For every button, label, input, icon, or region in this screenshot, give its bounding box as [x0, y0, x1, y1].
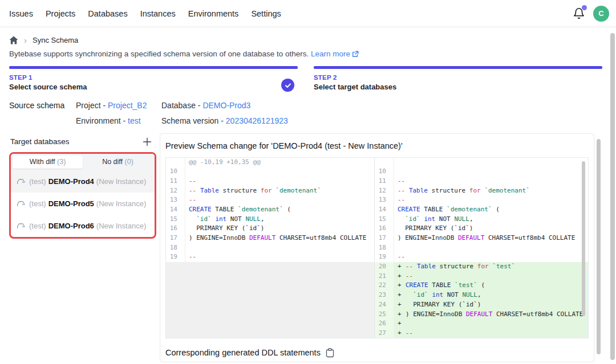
- source-database: Database - DEMO-Prod3: [161, 101, 607, 110]
- notifications-button[interactable]: [573, 7, 585, 20]
- database-link[interactable]: DEMO-Prod3: [202, 101, 250, 110]
- mysql-icon: [17, 222, 25, 230]
- diff-line: 10: [166, 167, 374, 177]
- diff-line: 11--: [166, 177, 374, 186]
- target-databases-title: Target databases: [10, 137, 70, 146]
- add-target-database-button[interactable]: [141, 137, 153, 146]
- diff-filler: [166, 262, 374, 337]
- source-schema-version: Schema version - 20230426121923: [161, 116, 607, 125]
- step-2-title: Select target databases: [314, 83, 602, 91]
- diff-line: 13--: [166, 195, 374, 205]
- diff-line: 13--: [375, 195, 588, 205]
- db-environment: (test): [29, 177, 46, 186]
- diff-line: 25+) ENGINE=InnoDB DEFAULT CHARSET=utf8m…: [375, 310, 588, 320]
- step-1-bar: [9, 66, 298, 69]
- nav-item-settings[interactable]: Settings: [251, 9, 281, 18]
- step-1[interactable]: STEP 1 Select source schema: [9, 66, 298, 91]
- avatar[interactable]: C: [593, 6, 609, 22]
- nav-item-instances[interactable]: Instances: [140, 9, 176, 18]
- diff-line: 21+--: [375, 272, 588, 281]
- step-indicator: STEP 1 Select source schema STEP 2 Selec…: [9, 66, 602, 91]
- diff-line: @@ -10,19 +10,35 @@: [166, 158, 374, 167]
- diff-line: 18: [166, 243, 374, 253]
- plus-icon: [143, 137, 152, 146]
- db-name: DEMO-Prod5: [48, 199, 94, 208]
- tab-no-diff-count: (0): [125, 158, 133, 166]
- db-instance-suffix: (New Instance): [96, 222, 146, 230]
- tab-no-diff[interactable]: No diff (0): [83, 156, 153, 169]
- nav-item-projects[interactable]: Projects: [46, 9, 75, 18]
- diff-line: 12-- Table structure for `demotenant`: [166, 186, 374, 196]
- step-2-bar: [314, 66, 602, 69]
- ddl-statements-title: Corresponding generated DDL statements: [165, 348, 321, 357]
- diff-line: [375, 158, 588, 167]
- nav-item-issues[interactable]: Issues: [9, 9, 33, 18]
- diff-line: 12-- Table structure for `demotenant`: [375, 186, 588, 196]
- nav-links: Issues Projects Databases Instances Envi…: [9, 9, 281, 18]
- db-instance-suffix: (New Instance): [96, 199, 146, 208]
- diff-line: 20+-- Table structure for `test`: [375, 262, 588, 272]
- diff-tabs: With diff (3) No diff (0): [11, 154, 155, 170]
- mysql-icon: [17, 199, 25, 207]
- db-instance-suffix: (New Instance): [96, 177, 146, 186]
- tab-with-diff-count: (3): [57, 158, 66, 166]
- preview-title: Preview Schema change for 'DEMO-Prod4 (t…: [165, 141, 589, 150]
- step-1-completed-badge: [281, 79, 294, 92]
- schema-version-link[interactable]: 20230426121923: [226, 116, 288, 125]
- top-navbar: Issues Projects Databases Instances Envi…: [0, 0, 616, 27]
- diff-pane-source[interactable]: @@ -10,19 +10,35 @@1011--12-- Table stru…: [166, 158, 375, 338]
- nav-item-environments[interactable]: Environments: [188, 9, 239, 18]
- diff-line: 15 `id` int NOT NULL,: [375, 215, 588, 224]
- page-scrollbar[interactable]: [610, 33, 615, 360]
- target-db-item-demo-prod5[interactable]: (test) DEMO-Prod5 (New Instance): [11, 193, 155, 215]
- db-name: DEMO-Prod4: [48, 177, 94, 186]
- source-schema-label: Source schema: [9, 101, 76, 110]
- nav-item-databases[interactable]: Databases: [88, 9, 127, 18]
- notification-dot: [582, 5, 587, 10]
- diff-line: 16 PRIMARY KEY (`id`): [375, 224, 588, 234]
- diff-line: 19--: [166, 252, 374, 262]
- target-db-item-demo-prod6[interactable]: (test) DEMO-Prod6 (New Instance): [11, 215, 155, 237]
- step-2-label: STEP 2: [314, 74, 602, 81]
- diff-line: 27+--: [375, 329, 588, 338]
- chevron-right-icon: ›: [24, 36, 27, 44]
- step-1-title: Select source schema: [9, 83, 298, 91]
- target-db-item-demo-prod4[interactable]: (test) DEMO-Prod4 (New Instance): [11, 170, 155, 193]
- external-link-icon: [352, 51, 359, 59]
- intro-description: Bytebase supports synchronizing a specif…: [9, 50, 309, 58]
- project-link[interactable]: Project_B2: [108, 101, 147, 110]
- diff-line: 26+: [375, 319, 588, 329]
- tab-no-diff-label: No diff: [102, 158, 124, 166]
- database-label: Database -: [161, 101, 202, 110]
- mysql-icon: [17, 177, 25, 185]
- source-environment: Environment - test: [76, 116, 161, 125]
- step-2[interactable]: STEP 2 Select target databases: [314, 66, 602, 91]
- home-icon[interactable]: [9, 36, 18, 44]
- diff-editor[interactable]: @@ -10,19 +10,35 @@1011--12-- Table stru…: [165, 157, 589, 338]
- content-scrollbar[interactable]: [597, 139, 601, 354]
- db-name: DEMO-Prod6: [48, 222, 94, 230]
- source-project: Project - Project_B2: [76, 101, 161, 110]
- diff-pane-target[interactable]: 1011--12-- Table structure for `demotena…: [375, 158, 588, 338]
- diff-line: 19--: [375, 252, 588, 262]
- learn-more-link[interactable]: Learn more: [311, 50, 350, 58]
- diff-line: 10: [375, 167, 588, 177]
- project-label: Project -: [76, 101, 108, 110]
- diff-line: 15 `id` int NOT NULL,: [166, 215, 374, 224]
- environment-link[interactable]: test: [128, 116, 141, 125]
- copy-ddl-button[interactable]: [326, 348, 334, 358]
- target-databases-panel: Target databases With diff (3) No diff (…: [9, 133, 156, 239]
- diff-line: 16 PRIMARY KEY (`id`): [166, 224, 374, 234]
- breadcrumb: › Sync Schema: [9, 36, 607, 44]
- tab-with-diff[interactable]: With diff (3): [13, 156, 83, 169]
- tab-with-diff-label: With diff: [30, 158, 57, 166]
- diff-line: 14CREATE TABLE `demotenant` (: [166, 205, 374, 215]
- page-title: Sync Schema: [33, 36, 78, 44]
- source-schema-summary: Source schema Project - Project_B2 Datab…: [9, 101, 607, 125]
- schema-version-label: Schema version -: [161, 116, 226, 125]
- target-databases-highlight: With diff (3) No diff (0) (test) DEMO-Pr…: [9, 152, 156, 239]
- diff-line: 24+ PRIMARY KEY (`id`): [375, 300, 588, 310]
- main-area: Target databases With diff (3) No diff (…: [0, 133, 616, 362]
- editor-scrollbar[interactable]: [582, 161, 585, 316]
- diff-line: 18: [375, 243, 588, 253]
